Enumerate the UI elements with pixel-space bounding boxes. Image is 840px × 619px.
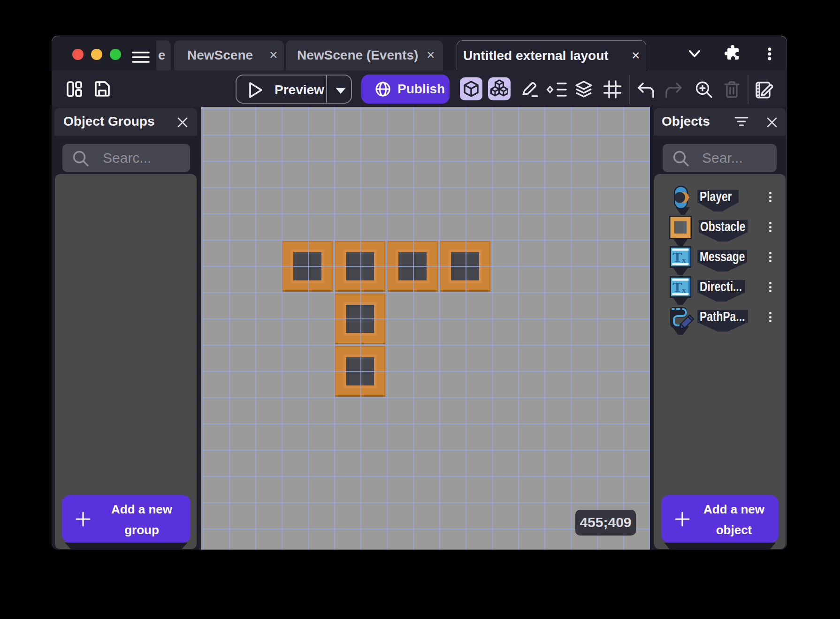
svg-text:T: T <box>673 249 682 264</box>
svg-text:T: T <box>673 279 682 294</box>
svg-text:x: x <box>682 286 686 294</box>
svg-text:x: x <box>682 256 686 264</box>
